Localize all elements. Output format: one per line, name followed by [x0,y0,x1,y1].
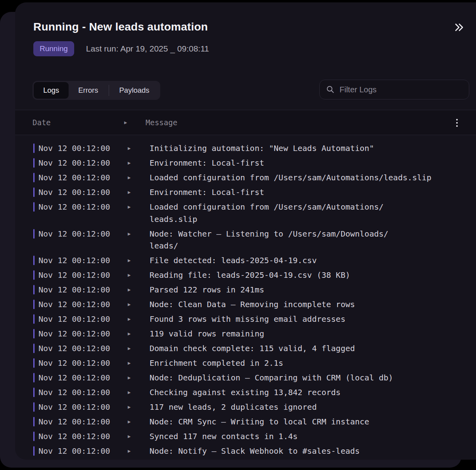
log-level-stripe [33,300,35,309]
expand-row-caret-icon[interactable]: ▶ [124,157,146,169]
expand-row-caret-icon[interactable]: ▶ [124,357,146,369]
expand-row-caret-icon[interactable]: ▶ [124,298,146,310]
log-level-stripe [33,285,35,294]
log-level-stripe [33,270,35,280]
log-row[interactable]: Nov 12 00:12:00 ▶ Loaded configuration f… [15,200,476,226]
log-level-stripe [33,388,35,397]
log-level-stripe [33,202,35,212]
log-level-stripe [33,344,35,353]
expand-row-caret-icon[interactable]: ▶ [124,313,146,325]
expand-row-caret-icon[interactable]: ▶ [124,254,146,266]
log-level-stripe [33,417,35,426]
log-message: Environment: Local-first [146,186,264,198]
expand-row-caret-icon[interactable]: ▶ [124,401,146,413]
expand-row-caret-icon[interactable]: ▶ [124,269,146,281]
log-row[interactable]: Nov 12 00:12:00 ▶ Node: CRM Sync — Writi… [15,414,476,429]
log-tabs: Logs Errors Payloads [33,81,160,100]
log-row[interactable]: Nov 12 00:12:00 ▶ Node: Notify — Slack W… [15,443,476,458]
log-level-stripe [33,358,35,368]
column-header-message: Message [146,118,177,127]
log-row[interactable]: Nov 12 00:12:00 ▶ Parsed 122 rows in 241… [15,282,476,297]
log-level-stripe [33,329,35,338]
log-row[interactable]: Nov 12 00:12:00 ▶ 119 valid rows remaini… [15,326,476,341]
log-row[interactable]: Nov 12 00:12:00 ▶ 117 new leads, 2 dupli… [15,399,476,414]
expand-row-caret-icon[interactable]: ▶ [124,416,146,428]
log-date: Nov 12 00:12:00 [38,157,124,169]
status-badge: Running [33,41,74,56]
log-date: Nov 12 00:12:00 [38,269,124,281]
log-level-stripe [33,173,35,182]
expand-row-caret-icon[interactable]: ▶ [124,186,146,198]
log-date: Nov 12 00:12:00 [38,430,124,442]
log-date: Nov 12 00:12:00 [38,228,124,240]
tab-errors[interactable]: Errors [69,82,107,99]
log-row[interactable]: Nov 12 00:12:00 ▶ Node: Deduplication — … [15,370,476,385]
log-row[interactable]: Nov 12 00:12:00 ▶ Synced 117 new contact… [15,429,476,443]
log-message: Found 3 rows with missing email addresse… [146,313,345,325]
search-icon [326,85,335,94]
log-date: Nov 12 00:12:00 [38,401,124,413]
log-date: Nov 12 00:12:00 [38,372,124,384]
log-message: Domain check complete: 115 valid, 4 flag… [146,342,355,354]
log-message: Initializing automation: "New Leads Auto… [146,142,374,154]
log-row[interactable]: Nov 12 00:12:00 ▶ Environment: Local-fir… [15,156,476,170]
column-header-date: Date [33,118,124,127]
expand-row-caret-icon[interactable]: ▶ [124,342,146,354]
log-message: 117 new leads, 2 duplicates ignored [146,401,317,413]
expand-row-caret-icon[interactable]: ▶ [124,430,146,442]
filter-logs-field[interactable] [319,80,469,99]
log-row[interactable]: Nov 12 00:12:00 ▶ Reading file: leads-20… [15,267,476,282]
kebab-menu-icon [456,119,458,127]
log-row[interactable]: Nov 12 00:12:00 ▶ Enrichment completed i… [15,355,476,370]
expand-row-caret-icon[interactable]: ▶ [124,172,146,183]
log-message: Environment: Local-first [146,157,264,169]
log-row[interactable]: Nov 12 00:12:00 ▶ Initializing automatio… [15,141,476,156]
log-level-stripe [33,432,35,441]
log-level-stripe [33,446,35,456]
log-message: 119 valid rows remaining [146,328,264,340]
log-level-stripe [33,256,35,265]
log-row[interactable]: Nov 12 00:12:00 ▶ Node: Watcher — Listen… [15,226,476,253]
tab-logs[interactable]: Logs [34,82,69,99]
log-level-stripe [33,158,35,168]
log-level-stripe [33,229,35,239]
expand-row-caret-icon[interactable]: ▶ [124,386,146,398]
log-row[interactable]: Nov 12 00:12:00 ▶ File detected: leads-2… [15,253,476,268]
filter-logs-input[interactable] [340,85,463,94]
log-row[interactable]: Nov 12 00:12:00 ▶ Environment: Local-fir… [15,185,476,200]
log-date: Nov 12 00:12:00 [38,357,124,369]
log-message: Node: CRM Sync — Writing to local CRM in… [146,416,369,428]
expand-row-caret-icon[interactable]: ▶ [124,284,146,296]
log-message: Node: Watcher — Listening to /Users/sam/… [146,228,388,252]
log-date: Nov 12 00:12:00 [38,328,124,340]
expand-row-caret-icon[interactable]: ▶ [124,328,146,340]
expand-row-caret-icon[interactable]: ▶ [124,201,146,213]
expand-row-caret-icon[interactable]: ▶ [124,372,146,384]
log-table-header: Date ▶ Message [15,110,476,135]
log-message: Node: Clean Data — Removing incomplete r… [146,298,355,310]
log-row[interactable]: Nov 12 00:12:00 ▶ Loaded configuration f… [15,170,476,185]
log-level-stripe [33,314,35,324]
log-rows: Nov 12 00:12:00 ▶ Initializing automatio… [15,138,476,460]
log-row[interactable]: Nov 12 00:12:00 ▶ Node: CRM Sync — Writi… [15,458,476,460]
collapse-panel-button[interactable] [452,21,466,35]
table-options-button[interactable] [450,116,464,130]
log-row[interactable]: Nov 12 00:12:00 ▶ Found 3 rows with miss… [15,311,476,326]
log-row[interactable]: Nov 12 00:12:00 ▶ Checking against exist… [15,385,476,399]
log-row[interactable]: Nov 12 00:12:00 ▶ Node: Clean Data — Rem… [15,297,476,311]
log-row[interactable]: Nov 12 00:12:00 ▶ Domain check complete:… [15,341,476,355]
log-date: Nov 12 00:12:00 [38,254,124,266]
log-message: Checking against existing 13,842 records [146,386,341,398]
expand-row-caret-icon[interactable]: ▶ [124,228,146,240]
expand-row-caret-icon[interactable]: ▶ [124,142,146,154]
caret-right-icon: ▶ [124,120,146,125]
tab-payloads[interactable]: Payloads [110,82,159,99]
log-date: Nov 12 00:12:00 [38,186,124,198]
log-message: File detected: leads-2025-04-19.csv [146,254,317,266]
log-message: Parsed 122 rows in 241ms [146,284,264,296]
last-run-text: Last run: Apr 19, 2025 _ 09:08:11 [86,44,209,53]
page-title: Running - New leads automation [33,21,208,33]
log-date: Nov 12 00:12:00 [38,172,124,183]
log-level-stripe [33,143,35,153]
expand-row-caret-icon[interactable]: ▶ [124,445,146,457]
